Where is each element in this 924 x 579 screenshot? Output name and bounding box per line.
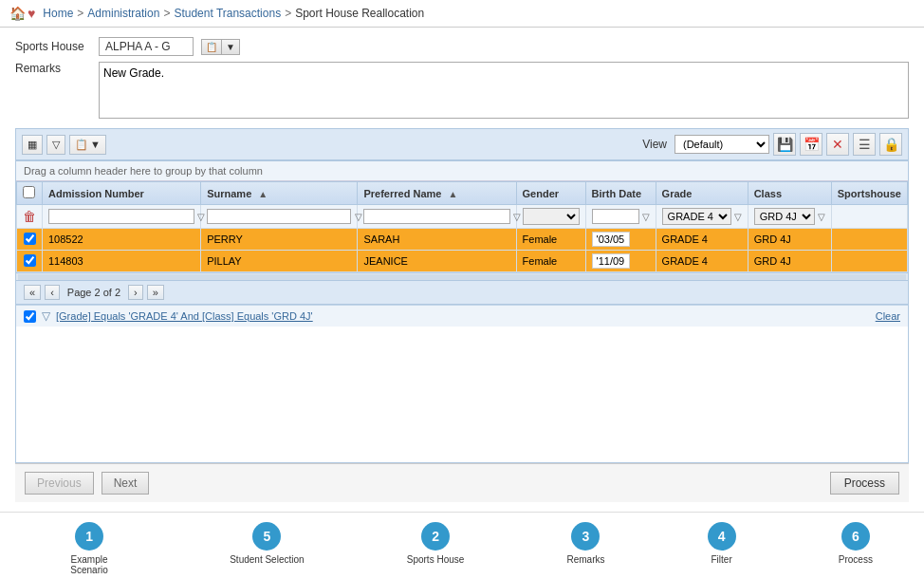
bottom-bar: Previous Next Process — [15, 463, 909, 502]
row-checkbox-cell — [17, 251, 43, 272]
admission-filter-input[interactable] — [48, 209, 194, 224]
cell-grade: GRADE 4 — [656, 229, 748, 251]
surname-filter-input[interactable] — [207, 209, 351, 224]
page-prev-btn[interactable]: ‹ — [45, 285, 60, 300]
cell-preferred-name: SARAH — [358, 229, 516, 251]
annotation-1: 1Example Scenario — [51, 522, 127, 575]
sports-house-dropdown[interactable]: 📋 ▼ — [201, 39, 240, 55]
heart-icon: ♥ — [28, 6, 35, 21]
view-select[interactable]: (Default) — [675, 135, 769, 154]
toolbar-grid-btn[interactable]: ▦ — [22, 135, 43, 155]
filter-class: GRD 4J ▽ — [748, 205, 831, 229]
remarks-textarea[interactable]: New Grade. — [99, 62, 909, 119]
cell-birth-date: '11/09 — [585, 251, 656, 272]
filter-display-bar: ▽ [Grade] Equals 'GRADE 4' And [Class] E… — [16, 305, 908, 327]
view-label: View — [642, 138, 667, 151]
toolbar-filter-btn[interactable]: ▽ — [46, 135, 65, 155]
scroll-track — [18, 274, 906, 280]
annotation-label: Process — [839, 554, 873, 565]
annotation-2: 2Sports House — [407, 522, 465, 565]
page-last-btn[interactable]: » — [147, 285, 164, 300]
save-icon: 💾 — [777, 137, 793, 152]
cell-surname: PILLAY — [201, 251, 358, 272]
th-select-all[interactable] — [17, 182, 43, 205]
surname-sort-icon: ▲ — [258, 189, 268, 199]
toolbar-calendar-btn[interactable]: 📅 — [800, 133, 822, 156]
page-info: Page 2 of 2 — [67, 287, 120, 298]
table-header-row: Admission Number Surname ▲ Preferred Nam… — [17, 182, 908, 205]
page-first-btn[interactable]: « — [24, 285, 41, 300]
cell-gender: Female — [516, 229, 585, 251]
preferred-name-filter-input[interactable] — [363, 209, 509, 224]
row-select-checkbox[interactable] — [24, 254, 36, 267]
toolbar-delete-btn[interactable]: ✕ — [826, 133, 849, 156]
admission-filter-icon[interactable]: ▽ — [197, 212, 205, 222]
surname-filter-icon[interactable]: ▽ — [355, 212, 362, 222]
sports-house-arrow-btn[interactable]: ▼ — [221, 39, 240, 55]
annotation-circle: 5 — [252, 522, 281, 551]
cell-sportshouse — [831, 229, 907, 251]
filter-sportshouse — [831, 205, 907, 229]
drag-hint: Drag a column header here to group by th… — [16, 161, 908, 181]
calendar-icon: 📅 — [804, 137, 820, 152]
erase-icon[interactable]: 🗑 — [23, 209, 36, 224]
annotation-3: 3Remarks — [566, 522, 604, 565]
annotation-label: Example Scenario — [51, 554, 127, 575]
filter-display-text[interactable]: [Grade] Equals 'GRADE 4' And [Class] Equ… — [56, 310, 313, 322]
th-preferred-name[interactable]: Preferred Name ▲ — [358, 182, 516, 205]
next-button[interactable]: Next — [102, 472, 150, 495]
home-icon[interactable]: 🏠 — [9, 6, 26, 21]
filter-clear-link[interactable]: Clear — [876, 310, 900, 322]
birth-date-filter-icon[interactable]: ▽ — [642, 212, 650, 222]
cell-preferred-name: JEANICE — [358, 251, 516, 272]
horizontal-scrollbar[interactable] — [16, 272, 908, 280]
cell-grade: GRADE 4 — [656, 251, 748, 272]
th-class[interactable]: Class — [748, 182, 831, 205]
gender-filter-select[interactable] — [523, 208, 580, 225]
filter-admission: ▽ — [43, 205, 201, 229]
th-sportshouse[interactable]: Sportshouse — [831, 182, 907, 205]
class-filter-select[interactable]: GRD 4J — [754, 208, 815, 225]
annotation-4: 4Filter — [708, 522, 736, 565]
annotation-6: 6Process — [839, 522, 873, 565]
row-select-checkbox[interactable] — [24, 233, 36, 245]
annotation-label: Filter — [711, 554, 732, 565]
preferred-name-filter-icon[interactable]: ▽ — [513, 212, 521, 222]
page-next-btn[interactable]: › — [128, 285, 143, 300]
filter-preferred-name: ▽ — [358, 205, 516, 229]
breadcrumb-student-transactions[interactable]: Student Transactions — [174, 7, 281, 20]
toolbar-lock-btn[interactable]: 🔒 — [879, 133, 902, 156]
toolbar-columns-btn[interactable]: ☰ — [853, 133, 876, 156]
cell-admission: 114803 — [43, 251, 201, 272]
breadcrumb-admin[interactable]: Administration — [87, 7, 159, 20]
filter-active-checkbox[interactable] — [24, 310, 36, 323]
annotation-label: Sports House — [407, 554, 465, 565]
previous-button[interactable]: Previous — [25, 472, 94, 495]
breadcrumb-home[interactable]: Home — [43, 7, 73, 20]
annotation-circle: 3 — [571, 522, 600, 551]
filter-row: 🗑 ▽ ▽ ▽ — [17, 205, 908, 229]
sports-house-value: ALPHA A - G — [99, 37, 194, 56]
th-grade[interactable]: Grade — [656, 182, 748, 205]
delete-icon: ✕ — [832, 137, 843, 152]
breadcrumb-current: Sport House Reallocation — [295, 7, 424, 20]
process-button[interactable]: Process — [830, 472, 899, 495]
select-all-checkbox[interactable] — [23, 186, 35, 198]
grid-toolbar: ▦ ▽ 📋 ▼ View (Default) 💾 📅 ✕ — [15, 128, 909, 160]
preferred-name-sort-icon: ▲ — [448, 189, 457, 199]
th-birth-date[interactable]: Birth Date — [585, 182, 656, 205]
remarks-label: Remarks — [15, 62, 91, 75]
filter-icon: ▽ — [52, 139, 60, 151]
toolbar-export-btn[interactable]: 📋 ▼ — [69, 135, 106, 155]
th-gender[interactable]: Gender — [516, 182, 585, 205]
birth-date-filter-input[interactable] — [592, 209, 639, 224]
toolbar-save-btn[interactable]: 💾 — [773, 133, 796, 156]
annotation-label: Student Selection — [230, 554, 304, 565]
th-admission[interactable]: Admission Number — [43, 182, 201, 205]
sports-house-pick-btn[interactable]: 📋 — [201, 39, 221, 55]
th-surname[interactable]: Surname ▲ — [201, 182, 358, 205]
export-icon: 📋 — [75, 139, 88, 151]
cell-class: GRD 4J — [748, 229, 831, 251]
annotation-5: 5Student Selection — [230, 522, 304, 565]
grade-filter-select[interactable]: GRADE 4 — [662, 208, 731, 225]
